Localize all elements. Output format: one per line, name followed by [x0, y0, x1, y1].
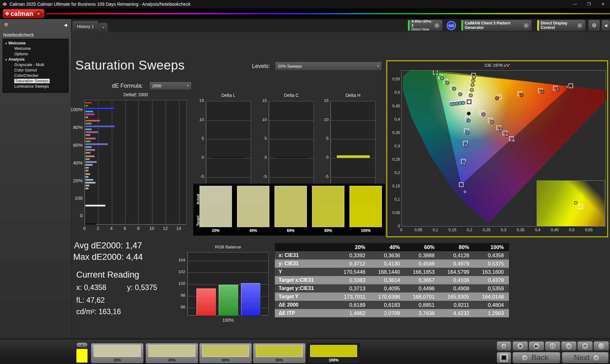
swatch-label: 60% — [274, 228, 307, 233]
settings-button[interactable]: ⚙ — [588, 20, 600, 31]
pattern-panel-up-button[interactable]: ▲ — [76, 342, 88, 347]
swatch-actual-80% — [312, 186, 344, 206]
window-title: Calman 2025 Calman Ultimate for Business… — [10, 2, 191, 7]
table-row: x: CIE310,33920,36360,38880,41280,4358 — [275, 251, 509, 260]
delta-bar — [336, 155, 370, 158]
maximize-button[interactable]: ❐ — [582, 0, 596, 8]
pattern-generator-label: CalMAN Client 3 Pattern Generator — [463, 21, 523, 30]
y-tick-label: 104 — [172, 258, 185, 262]
deltae-bar-40%-green — [85, 158, 90, 160]
calman-menu-button[interactable]: ❖ calman ▼ — [3, 9, 44, 18]
measure-button[interactable]: [·] — [545, 341, 560, 351]
loop-icon: ⟳ — [581, 342, 589, 350]
chevron-up-icon: ▲ — [501, 343, 507, 349]
display-control-dropdown[interactable]: Direct Display Control ▼ — [537, 20, 586, 31]
y-tick-label: 15 — [316, 98, 329, 103]
pattern-button-100%[interactable]: 100% — [307, 343, 360, 363]
display-pattern-button[interactable] — [497, 352, 511, 363]
workflow-tree: ◢WelcomeWelcomeOptions◢AnalysisGrayscale… — [3, 39, 69, 93]
display-control-arrow-icon[interactable]: ▼ — [576, 22, 583, 29]
table-cell: 170,5446 — [336, 269, 370, 275]
add-tab-button[interactable]: + — [99, 23, 107, 32]
sidebar-item-welcome[interactable]: Welcome — [3, 46, 68, 51]
sidebar-item-options[interactable]: Options — [3, 51, 68, 57]
table-row: Y170,5446168,1440166,1853164,5799163,160… — [275, 268, 509, 276]
gear-icon: ⚙ — [592, 22, 596, 29]
x-tick-label: 10 — [147, 226, 157, 231]
meter-dropdown-arrow-icon[interactable]: ▼ — [433, 22, 440, 29]
pattern-generator-dropdown[interactable]: CalMAN Client 3 Pattern Generator ▼ — [461, 20, 532, 31]
gridline — [269, 177, 314, 178]
swatch-label: 20% — [200, 228, 232, 233]
table-cell: 0,3636 — [370, 253, 405, 259]
y-tick-label: 10 — [255, 117, 267, 122]
rgb-title: RGB Balance — [187, 245, 268, 249]
table-cell: 173,7011 — [336, 294, 370, 300]
delta-bar — [275, 157, 308, 158]
calman-menu-arrow-icon[interactable]: ▼ — [36, 11, 41, 17]
meter-dropdown[interactable]: X-Rite i1Pro 3 Direct View ▼ — [408, 20, 443, 31]
de-formula-dropdown[interactable]: 2000 ▼ — [149, 82, 192, 90]
pattern-button-60%[interactable]: 60% — [199, 343, 252, 363]
reading-cdm2: cd/m²: 163,16 — [76, 307, 121, 316]
sidebar-record-icon[interactable] — [4, 22, 9, 27]
deltae-bar-80%-red — [85, 120, 100, 122]
y-tick-label: 10 — [192, 117, 204, 122]
sidebar-item-welcome[interactable]: ◢Welcome — [3, 40, 68, 46]
table-col-header: 20% — [336, 244, 370, 250]
y-tick-label: 5 — [255, 136, 267, 141]
sidebar-item-analysis[interactable]: ◢Analysis — [3, 57, 68, 62]
pattern-swatch-20% — [94, 345, 141, 357]
cie-inset-corner — [537, 181, 605, 226]
sidebar-item-luminance-sweeps[interactable]: Luminance Sweeps — [3, 84, 68, 89]
deltae-bar-80%-blue — [85, 125, 115, 128]
deltae-bar-20%-cyan — [85, 182, 96, 184]
table-cell: 170,6398 — [370, 294, 405, 300]
table-cell: 1,4862 — [336, 310, 370, 316]
panel-collapse-right-button[interactable]: ◀ — [601, 20, 610, 31]
close-button[interactable]: ✕ — [596, 0, 610, 8]
deltae-bar-100%-cyan — [85, 111, 93, 113]
tree-item-label: Color Gamut — [14, 68, 37, 72]
next-button[interactable]: Next » — [562, 352, 609, 363]
continuous-button[interactable]: ∞ — [561, 341, 577, 351]
loop-button[interactable]: ⟳ — [577, 341, 593, 351]
blank-icon — [598, 342, 605, 350]
rgb-plot-area[interactable] — [187, 252, 268, 316]
levels-dropdown[interactable]: 20% Sweeps ▼ — [275, 62, 382, 71]
back-button[interactable]: « Back — [512, 352, 560, 363]
sidebar-item-colorchecker[interactable]: ColorChecker — [3, 73, 68, 78]
minimize-button[interactable]: — — [568, 0, 582, 8]
y-tick-label: 15 — [255, 98, 267, 103]
pattern-button-80%[interactable]: 80% — [253, 343, 306, 363]
play-button[interactable]: ▶ — [529, 341, 544, 351]
deltae-plot-area[interactable] — [85, 100, 187, 225]
x-axis-label: 100% — [187, 318, 268, 323]
table-row: ΔE ITP1,48622,07093,76384,42321,2903 — [275, 309, 509, 317]
x-tick-label: 6 — [120, 226, 130, 231]
rainbow-divider — [46, 13, 610, 14]
pattern-button-20%[interactable]: 20% — [91, 343, 144, 363]
levels-label: Levels: — [252, 63, 270, 70]
current-pattern-swatch[interactable] — [76, 349, 88, 363]
sidebar-collapse-button[interactable]: ◀ — [62, 22, 69, 28]
y-tick-label: 0 — [316, 155, 329, 160]
calman-diamond-icon: ❖ — [5, 10, 10, 17]
tree-expander-icon[interactable]: ◢ — [5, 58, 7, 61]
tree-expander-icon[interactable]: ◢ — [5, 42, 7, 44]
pattern-button-40%[interactable]: 40% — [146, 343, 198, 363]
y-tick-label: 5 — [316, 136, 329, 141]
sidebar-item-saturation-sweeps[interactable]: Saturation Sweeps — [3, 78, 68, 84]
sidebar-item-color-gamut[interactable]: Color Gamut — [3, 67, 68, 73]
stop-button[interactable]: ■ — [512, 341, 528, 351]
table-cell: 168,1440 — [370, 269, 405, 275]
sidebar-item-grayscale-multi[interactable]: Grayscale - Multi — [3, 62, 68, 67]
transport-panel-up-button[interactable]: ▲ — [497, 341, 511, 351]
tree-item-label: Analysis — [8, 57, 24, 62]
pattern-generator-arrow-icon[interactable]: ▼ — [523, 22, 530, 29]
table-cell: 0,4908 — [440, 286, 474, 292]
transport-blank-button[interactable] — [593, 341, 609, 351]
table-row: y: CIE310,37120,41300,45660,49790,5375 — [275, 260, 509, 268]
tab-history-1[interactable]: History 1 — [72, 21, 98, 32]
gridline — [269, 139, 314, 139]
